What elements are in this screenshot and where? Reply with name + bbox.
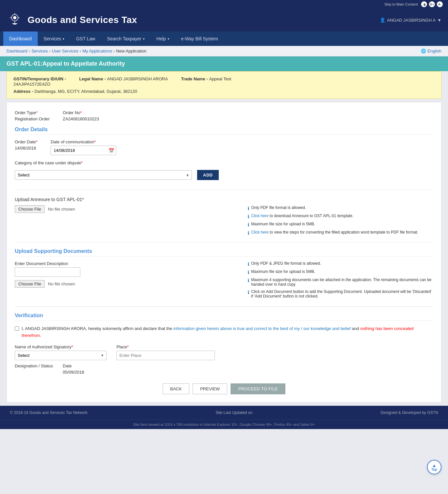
help-arrow: ▾ [168, 37, 169, 41]
trade-name-field: Trade Name - Appeal Test [181, 76, 231, 87]
annexure-choose-file-btn[interactable]: Choose File [15, 205, 45, 213]
globe-icon: 🌐 [421, 49, 426, 53]
user-menu[interactable]: ANGAD JASBIRSINGH A ▼ [380, 17, 441, 23]
breadcrumb-sep1: › [29, 49, 30, 53]
language-selector[interactable]: 🌐 English [421, 49, 441, 53]
address-label: Address [13, 89, 31, 94]
language-label: English [427, 49, 441, 53]
footer-designed-by: Designed & Developed by GSTN [381, 410, 438, 415]
place-input[interactable] [116, 351, 215, 360]
govt-logo [7, 12, 23, 28]
font-large-btn[interactable]: A+ [429, 1, 435, 7]
breadcrumb-services[interactable]: Services [31, 49, 48, 53]
doc-desc-group: Enter Document Description [15, 261, 238, 277]
svg-point-1 [13, 16, 16, 19]
info-icon-4: ℹ [248, 230, 249, 236]
supporting-info-text-2: Maximum file size for upload is 5MB. [251, 269, 315, 274]
upload-supporting-info: ℹ Only PDF & JPEG file format is allowed… [248, 261, 433, 298]
breadcrumb: Dashboard › Services › User Services › M… [7, 49, 147, 53]
nav-help[interactable]: Help ▾ [151, 31, 175, 46]
gstin-field: GSTIN/Temporary ID/UIN - 24AJIPA1572E4ZO [13, 76, 66, 87]
order-no-group: Order No* ZA2408180010223 [63, 110, 99, 121]
search-taxpayer-arrow: ▾ [143, 37, 145, 41]
upload-annexure-info: ℹ Only PDF file format is allowed. ℹ Cli… [248, 205, 433, 236]
back-button[interactable]: BACK [163, 383, 189, 394]
nav-dashboard[interactable]: Dashboard [3, 31, 38, 46]
signatory-select[interactable]: Select [15, 351, 107, 360]
supporting-no-file-text: No file chosen [48, 281, 75, 286]
breadcrumb-sep3: › [80, 49, 81, 53]
legal-name-label: Legal Name [79, 76, 103, 81]
supporting-info-3: ℹ Maximum 4 supporting documents can be … [248, 278, 433, 287]
footer-last-updated: Site Last Updated on [216, 410, 253, 415]
breadcrumb-sep4: › [113, 49, 115, 53]
date-label: Date [63, 363, 84, 368]
footer-copyright: © 2018-19 Goods and Services Tax Network [10, 410, 88, 415]
verification-title: Verification [15, 313, 433, 321]
order-type-group: Order Type* Registration Order [15, 110, 50, 121]
support-info-icon-2: ℹ [248, 270, 249, 275]
category-select[interactable]: Select Cancellation of Registration Amen… [15, 170, 192, 180]
verification-checkbox[interactable] [15, 326, 19, 331]
breadcrumb-sep2: › [49, 49, 51, 53]
annexure-steps-link[interactable]: Click here [251, 230, 269, 235]
add-button[interactable]: ADD [197, 170, 219, 180]
order-type-required: * [36, 110, 38, 115]
desig-date-row: Designation / Status Date 05/09/2018 [15, 363, 433, 376]
calendar-icon[interactable]: 📅 [109, 148, 114, 153]
breadcrumb-dashboard[interactable]: Dashboard [7, 49, 28, 53]
services-arrow: ▾ [63, 37, 64, 41]
category-select-wrapper: Select Cancellation of Registration Amen… [15, 170, 192, 180]
order-type-value: Registration Order [15, 116, 50, 121]
order-type-label: Order Type* [15, 110, 50, 115]
support-info-icon-4: ℹ [248, 290, 249, 295]
user-dropdown-arrow: ▼ [437, 18, 441, 23]
footer-browser-note: Site best viewed at 1024 x 768 resolutio… [133, 422, 315, 426]
accessibility-controls: ◑ A+ A- [421, 1, 443, 7]
upload-supporting-section: Upload Supporting Documents Enter Docume… [15, 242, 433, 298]
doc-desc-input[interactable] [15, 267, 80, 277]
nav-search-taxpayer[interactable]: Search Taxpayer ▾ [101, 31, 151, 46]
footer-main: © 2018-19 Goods and Services Tax Network… [0, 406, 448, 420]
order-date-label: Order Date* [15, 139, 37, 144]
gstin-label: GSTIN/Temporary ID/UIN [13, 76, 63, 81]
upload-annexure-section: Upload Annexure to GST APL-01* Choose Fi… [15, 190, 433, 236]
annexure-info-text-1: Only PDF file format is allowed. [251, 205, 306, 210]
breadcrumb-user-services[interactable]: User Services [52, 49, 78, 53]
verification-text: I, ANGAD JASBIRSINGH ARORA, hereby solom… [15, 325, 433, 339]
order-no-required: * [80, 110, 82, 115]
main-nav: Dashboard Services ▾ GST Law Search Taxp… [0, 31, 448, 46]
category-label: Category of the case under dispute* [15, 160, 433, 165]
breadcrumb-bar: Dashboard › Services › User Services › M… [0, 46, 448, 56]
date-comm-input[interactable] [51, 146, 116, 155]
skip-main-link[interactable]: Skip to Main Content [384, 2, 418, 6]
gstin-value: 24AJIPA1572E4ZO [13, 82, 51, 87]
supporting-file-row: Choose File No file chosen [15, 280, 238, 288]
designation-value [15, 370, 53, 376]
supporting-choose-file-btn[interactable]: Choose File [15, 280, 45, 288]
nav-eway-bill[interactable]: e-Way Bill System [175, 31, 224, 46]
footer-bottom: Site best viewed at 1024 x 768 resolutio… [0, 420, 448, 429]
category-row: Select Cancellation of Registration Amen… [15, 170, 433, 180]
upload-supporting-row: Enter Document Description Choose File N… [15, 261, 433, 298]
info-icon-3: ℹ [248, 222, 249, 227]
font-small-btn[interactable]: A- [437, 1, 443, 7]
order-type-row: Order Type* Registration Order Order No*… [15, 110, 433, 121]
supporting-info-text-3: Maximum 4 supporting documents can be at… [251, 278, 433, 287]
breadcrumb-my-applications[interactable]: My Applications [82, 49, 112, 53]
preview-button[interactable]: PREVIEW [193, 383, 227, 394]
annexure-download-link[interactable]: Click here [251, 214, 269, 218]
contrast-icon[interactable]: ◑ [421, 1, 427, 7]
order-date-value: 14/08/2018 [15, 146, 37, 151]
nav-gst-law[interactable]: GST Law [70, 31, 101, 46]
annexure-info-2: ℹ Click here to download Annexure to GST… [248, 214, 433, 219]
supporting-info-1: ℹ Only PDF & JPEG file format is allowed… [248, 261, 433, 267]
upload-annexure-left: Choose File No file chosen [15, 205, 238, 236]
category-group: Category of the case under dispute* Sele… [15, 160, 433, 180]
address-value: Darbhanga, MG, ECITY, Ahmedabad, Gujarat… [34, 89, 137, 94]
signatory-label: Name of Authorized Signatory* [15, 344, 107, 349]
upload-supporting-left: Enter Document Description Choose File N… [15, 261, 238, 298]
annexure-info-3: ℹ Maximum file size for upload is 5MB. [248, 222, 433, 227]
nav-services[interactable]: Services ▾ [38, 31, 71, 46]
order-date-group: Order Date* 14/08/2018 [15, 139, 37, 155]
